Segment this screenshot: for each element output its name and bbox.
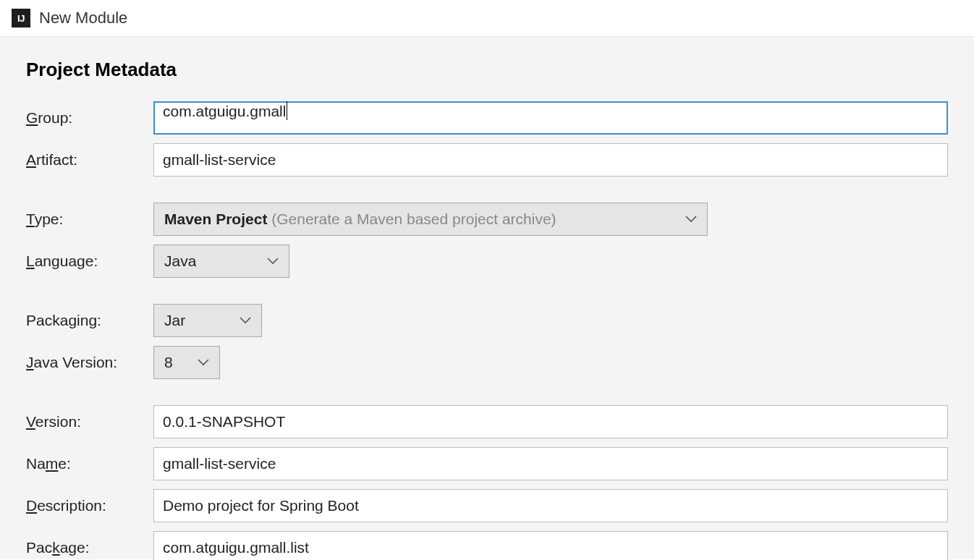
row-group: Group: com.atguigu.gmall	[26, 101, 948, 135]
chevron-down-icon	[240, 317, 251, 324]
label-language: Language:	[26, 253, 153, 270]
label-type: Type:	[26, 211, 153, 228]
language-dropdown[interactable]: Java	[153, 245, 289, 278]
description-input[interactable]	[153, 489, 948, 522]
java-version-dropdown[interactable]: 8	[153, 346, 220, 379]
content-area: Project Metadata Group: com.atguigu.gmal…	[0, 37, 974, 559]
label-name: Name:	[26, 455, 153, 472]
chevron-down-icon	[267, 258, 279, 265]
label-version: Version:	[26, 413, 153, 430]
label-description: Description:	[26, 497, 153, 514]
label-package: Package:	[26, 539, 153, 556]
titlebar: IJ New Module	[0, 0, 974, 37]
group-input[interactable]: com.atguigu.gmall	[153, 101, 948, 135]
package-input[interactable]	[153, 531, 948, 560]
name-input[interactable]	[153, 447, 948, 480]
row-version: Version:	[26, 405, 948, 438]
row-name: Name:	[26, 447, 948, 480]
section-heading: Project Metadata	[26, 59, 948, 81]
row-type: Type: Maven Project (Generate a Maven ba…	[26, 203, 948, 236]
row-package: Package:	[26, 531, 948, 560]
row-packaging: Packaging: Jar	[26, 304, 948, 337]
label-artifact: Artifact:	[26, 151, 153, 169]
label-packaging: Packaging:	[26, 312, 153, 329]
row-description: Description:	[26, 489, 948, 522]
window-title: New Module	[39, 9, 127, 27]
row-language: Language: Java	[26, 245, 948, 278]
intellij-icon: IJ	[12, 9, 30, 27]
row-java-version: Java Version: 8	[26, 346, 948, 379]
packaging-dropdown[interactable]: Jar	[153, 304, 262, 337]
artifact-input[interactable]	[153, 143, 948, 177]
chevron-down-icon	[685, 216, 697, 223]
label-group: Group:	[26, 109, 153, 127]
row-artifact: Artifact:	[26, 143, 948, 177]
version-input[interactable]	[153, 405, 948, 438]
type-dropdown[interactable]: Maven Project (Generate a Maven based pr…	[153, 203, 708, 236]
label-java-version: Java Version:	[26, 354, 153, 371]
chevron-down-icon	[198, 359, 209, 366]
